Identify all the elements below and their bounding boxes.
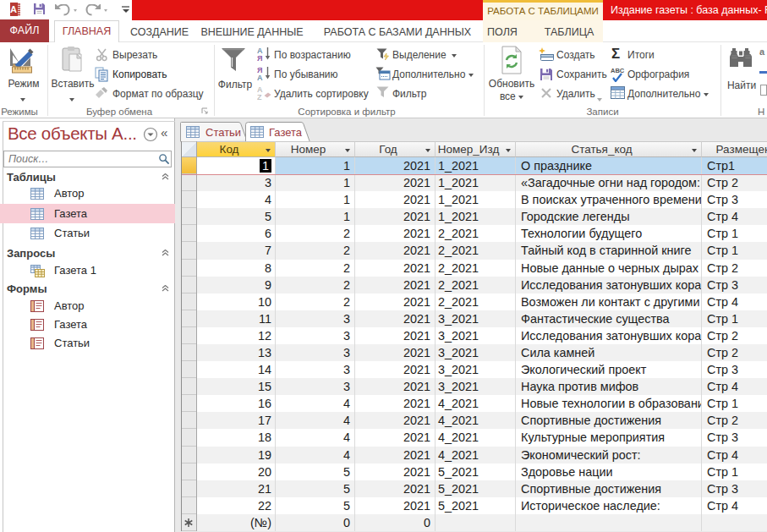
svg-text:А: А — [257, 74, 263, 81]
svg-text:Z: Z — [257, 93, 262, 101]
svg-text:ABC: ABC — [611, 67, 625, 74]
svg-text:A: A — [10, 4, 17, 14]
svg-text:Я: Я — [257, 54, 262, 62]
